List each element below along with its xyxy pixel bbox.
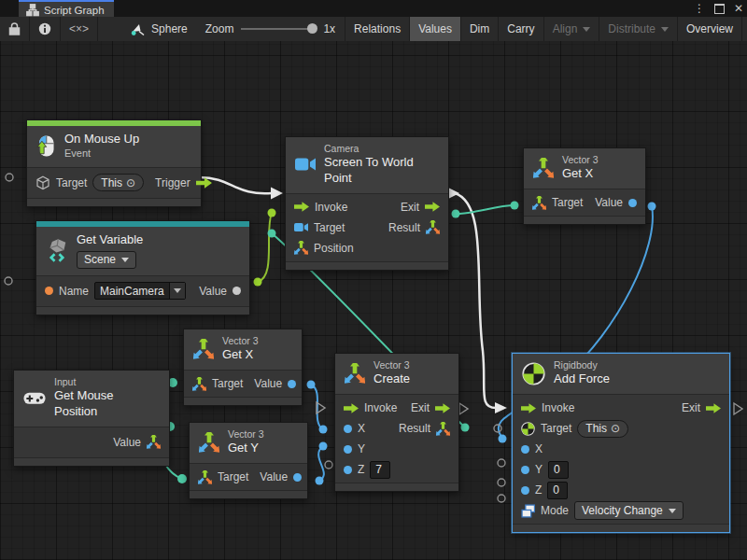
vector3-icon[interactable]	[147, 435, 161, 449]
port-dot[interactable]	[268, 209, 276, 217]
node-category: Vector 3	[222, 335, 259, 347]
vector3-icon	[533, 158, 554, 178]
wire-exit-to-addforce[interactable]	[455, 193, 496, 408]
port-dot[interactable]	[461, 424, 470, 432]
unconnected-port[interactable]	[498, 495, 505, 502]
port-dot[interactable]	[511, 202, 519, 210]
port-dot[interactable]	[177, 474, 187, 483]
breadcrumb[interactable]: Sphere	[122, 17, 196, 41]
port-dot[interactable]	[452, 210, 460, 218]
unconnected-port[interactable]	[498, 479, 505, 486]
float-port[interactable]	[628, 199, 637, 207]
float-port[interactable]	[288, 380, 296, 388]
this-target-chip[interactable]: This⊙	[577, 420, 628, 438]
wire-variable-to-target[interactable]	[258, 213, 272, 282]
dim-button[interactable]: Dim	[461, 17, 499, 41]
node-title: Get Mouse Position	[54, 388, 160, 420]
vector3-icon[interactable]	[436, 422, 450, 436]
vector3-icon[interactable]	[192, 377, 206, 391]
z-value-field[interactable]: 7	[370, 461, 390, 479]
port-dot[interactable]	[316, 477, 324, 485]
wire-gety-to-create-y[interactable]	[318, 446, 324, 481]
float-port[interactable]	[293, 473, 302, 482]
zoom-handle[interactable]	[307, 23, 317, 34]
camera-icon[interactable]	[294, 222, 308, 232]
graph-canvas[interactable]: On Mouse Up Event Target This⊙ Trigger G…	[0, 41, 747, 560]
unconnected-port[interactable]	[325, 461, 332, 469]
flow-arrow-icon[interactable]	[706, 403, 721, 413]
variable-scope-dropdown[interactable]: Scene	[77, 251, 136, 269]
node-get-mouse-position[interactable]: Input Get Mouse Position Value	[13, 370, 170, 467]
align-button[interactable]: Align	[544, 17, 600, 41]
tab-script-graph[interactable]: Script Graph	[19, 0, 114, 19]
port-dot[interactable]	[648, 203, 656, 211]
port-dot[interactable]	[254, 278, 262, 287]
port-dot[interactable]	[319, 426, 328, 434]
menu-icon[interactable]: ⋮	[694, 2, 705, 15]
port-label: Value	[113, 436, 141, 449]
vector3-icon[interactable]	[532, 196, 546, 210]
unconnected-flow-port[interactable]	[734, 403, 742, 414]
vector3-icon	[193, 339, 214, 359]
close-icon[interactable]: ✕	[734, 2, 743, 15]
code-icon: <×>	[69, 22, 89, 35]
vector3-icon[interactable]	[426, 220, 440, 234]
float-port[interactable]	[344, 425, 352, 433]
vector3-icon[interactable]	[294, 241, 308, 255]
float-port[interactable]	[521, 445, 529, 454]
z-value-field[interactable]: 0	[547, 482, 568, 499]
node-get-variable[interactable]: Get Variable Scene Name MainCamera Value	[35, 220, 250, 315]
unconnected-port[interactable]	[6, 174, 13, 181]
fullscreen-button[interactable]: Full Screen	[742, 17, 747, 41]
unconnected-flow-port[interactable]	[459, 403, 468, 414]
port-dot[interactable]	[319, 442, 328, 451]
node-title: On Mouse Up	[64, 132, 139, 147]
flow-arrow-icon[interactable]	[521, 403, 536, 413]
float-port[interactable]	[521, 486, 529, 495]
port-dot[interactable]	[268, 230, 276, 238]
port-label: X	[358, 422, 365, 435]
port-label: Result	[399, 422, 430, 435]
node-get-x-mid[interactable]: Vector 3 Get X Target Value	[183, 329, 303, 406]
node-on-mouse-up[interactable]: On Mouse Up Event Target This⊙ Trigger	[26, 119, 202, 207]
flow-arrow-icon[interactable]	[425, 202, 440, 212]
vector3-icon[interactable]	[198, 470, 212, 484]
value-port[interactable]	[233, 287, 241, 295]
unconnected-port[interactable]	[498, 459, 505, 467]
flow-arrow-icon[interactable]	[294, 202, 309, 212]
overview-button[interactable]: Overview	[678, 17, 742, 41]
info-button[interactable]	[30, 17, 61, 41]
rigidbody-icon[interactable]	[521, 422, 535, 436]
node-get-y[interactable]: Vector 3 Get Y Target Value	[189, 422, 308, 499]
variable-name-field[interactable]: MainCamera	[94, 282, 186, 300]
y-value-field[interactable]: 0	[548, 461, 569, 479]
node-add-force[interactable]: Rigidbody Add Force Invoke Exit Target T…	[512, 353, 730, 533]
string-port[interactable]	[45, 287, 53, 295]
unconnected-port[interactable]	[5, 277, 12, 285]
float-port[interactable]	[344, 445, 352, 454]
node-screen-to-world-point[interactable]: Camera Screen To World Point Invoke Exit…	[285, 136, 449, 271]
node-vector3-create[interactable]: Vector 3 Create Invoke Exit X Result	[334, 353, 459, 492]
port-dot[interactable]	[307, 381, 316, 389]
this-target-chip[interactable]: This⊙	[92, 174, 144, 191]
node-category: Camera	[324, 143, 439, 155]
chevron-down-icon	[121, 258, 129, 262]
node-title: Get Y	[228, 441, 264, 456]
code-preview-button[interactable]: <×>	[61, 17, 98, 41]
float-port[interactable]	[521, 466, 529, 474]
lock-button[interactable]	[0, 17, 30, 41]
carry-button[interactable]: Carry	[499, 17, 543, 41]
float-port[interactable]	[344, 466, 352, 474]
flow-arrow-icon[interactable]	[435, 403, 450, 413]
port-dot[interactable]	[499, 435, 507, 443]
distribute-button[interactable]: Distribute	[599, 17, 678, 41]
flow-arrow-icon[interactable]	[344, 403, 359, 413]
maximize-icon[interactable]	[714, 4, 725, 14]
relations-button[interactable]: Relations	[345, 17, 410, 41]
wire-result-to-getx[interactable]	[456, 205, 514, 214]
zoom-track[interactable]	[241, 28, 316, 30]
values-button[interactable]: Values	[410, 17, 461, 41]
node-get-x-top[interactable]: Vector 3 Get X Target Value	[523, 147, 646, 225]
force-mode-dropdown[interactable]: Velocity Change	[574, 501, 684, 520]
flow-arrow-icon[interactable]	[196, 177, 212, 189]
